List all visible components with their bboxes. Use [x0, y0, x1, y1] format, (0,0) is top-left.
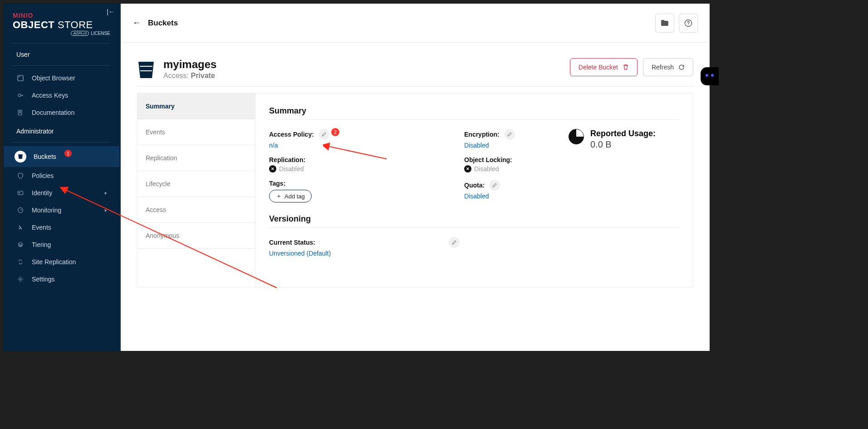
- object-locking-value-text: Disabled: [474, 165, 499, 173]
- sidebar-item-site-replication[interactable]: Site Replication: [4, 253, 119, 271]
- pencil-icon: [492, 182, 497, 188]
- sidebar-item-label: Object Browser: [32, 74, 75, 82]
- add-tag-button[interactable]: ＋ Add tag: [269, 190, 312, 202]
- trash-icon: [623, 64, 629, 70]
- tab-lifecycle[interactable]: Lifecycle: [137, 171, 255, 197]
- access-policy-label: Access Policy:: [269, 131, 314, 138]
- edit-versioning-button[interactable]: [449, 237, 460, 248]
- sidebar-section-admin: Administrator: [4, 124, 119, 138]
- tiering-icon: [16, 241, 25, 249]
- tab-replication[interactable]: Replication: [137, 145, 255, 171]
- sidebar-item-label: Settings: [32, 276, 55, 283]
- versioning-status-field: Current Status: Unversioned (Default): [269, 237, 460, 257]
- quota-value[interactable]: Disabled: [464, 192, 559, 200]
- tab-events[interactable]: Events: [137, 119, 255, 145]
- help-icon: [684, 19, 692, 27]
- edit-encryption-button[interactable]: [504, 129, 515, 140]
- detail-area: Summary Events Replication Lifecycle Acc…: [137, 93, 693, 287]
- svg-rect-3: [18, 110, 22, 115]
- refresh-button[interactable]: Refresh: [643, 58, 693, 76]
- sidebar-item-settings[interactable]: Settings: [4, 271, 119, 288]
- tab-access[interactable]: Access: [137, 197, 255, 223]
- svg-point-2: [18, 94, 21, 97]
- versioning-status-value[interactable]: Unversioned (Default): [269, 250, 460, 257]
- user-nav: Object Browser Access Keys Documentation: [4, 69, 119, 121]
- sidebar-item-events[interactable]: Events: [4, 219, 119, 236]
- sidebar-item-monitoring[interactable]: Monitoring ▾: [4, 202, 119, 219]
- encryption-label: Encryption:: [464, 131, 500, 138]
- tab-summary[interactable]: Summary: [137, 94, 255, 119]
- add-tag-label: Add tag: [284, 193, 305, 200]
- header-actions: [655, 14, 698, 33]
- page-title: Buckets: [148, 19, 178, 28]
- svg-rect-4: [18, 191, 23, 195]
- sidebar-item-policies[interactable]: Policies: [4, 167, 119, 184]
- replication-value-text: Disabled: [279, 165, 304, 173]
- main-content: ← Buckets myimages Access:: [121, 4, 710, 351]
- sidebar-section-user: User: [4, 47, 119, 62]
- bucket-header: myimages Access: Private Delete Bucket R…: [137, 58, 693, 80]
- sidebar-item-label: Events: [32, 224, 51, 231]
- bucket-access-label: Access:: [163, 72, 189, 79]
- helper-widget[interactable]: [701, 67, 719, 85]
- edit-access-policy-button[interactable]: [319, 129, 329, 140]
- sidebar-item-identity[interactable]: Identity ▾: [4, 184, 119, 202]
- divider: [13, 142, 110, 143]
- admin-nav: Buckets 1 Policies Identity ▾ Monitoring…: [4, 146, 119, 288]
- collapse-sidebar-icon[interactable]: |←: [107, 8, 115, 15]
- divider: [13, 65, 110, 66]
- chevron-down-icon: ▾: [104, 208, 107, 213]
- x-icon: ✕: [464, 165, 471, 173]
- folder-icon: [661, 20, 669, 27]
- object-locking-value: ✕ Disabled: [464, 165, 559, 173]
- svg-point-7: [20, 278, 21, 280]
- identity-icon: [16, 189, 25, 197]
- folder-button[interactable]: [655, 14, 674, 33]
- lambda-icon: [16, 223, 25, 232]
- help-button[interactable]: [679, 14, 698, 33]
- license-text: LICENSE: [91, 31, 110, 36]
- page-header: ← Buckets: [121, 4, 710, 43]
- pie-icon: [569, 129, 584, 144]
- refresh-label: Refresh: [652, 64, 674, 71]
- logo-minio: MINIO: [13, 12, 110, 19]
- plus-icon: ＋: [276, 192, 282, 200]
- access-policy-value[interactable]: n/a: [269, 142, 460, 149]
- replication-field: Replication: ✕ Disabled: [269, 156, 460, 173]
- edit-quota-button[interactable]: [489, 180, 500, 191]
- sidebar-item-buckets[interactable]: Buckets 1: [4, 146, 119, 167]
- refresh-icon: [678, 64, 685, 70]
- sidebar-item-object-browser[interactable]: Object Browser: [4, 69, 119, 87]
- sidebar: |← MINIO OBJECT STORE AGPLv3 LICENSE Use…: [4, 4, 121, 351]
- sidebar-item-tiering[interactable]: Tiering: [4, 236, 119, 253]
- pencil-icon: [321, 132, 327, 137]
- delete-bucket-button[interactable]: Delete Bucket: [570, 58, 638, 76]
- sidebar-item-label: Documentation: [32, 109, 74, 116]
- sidebar-item-label: Buckets: [34, 153, 56, 160]
- svg-rect-0: [18, 75, 23, 81]
- pencil-icon: [451, 240, 457, 245]
- replication-value: ✕ Disabled: [269, 165, 460, 173]
- doc-icon: [16, 108, 25, 117]
- sidebar-item-documentation[interactable]: Documentation: [4, 104, 119, 121]
- summary-panel: Summary Access Policy:: [255, 94, 693, 287]
- encryption-value[interactable]: Disabled: [464, 142, 559, 149]
- svg-rect-1: [19, 77, 20, 77]
- tab-anonymous[interactable]: Anonymous: [137, 223, 255, 249]
- bucket-name: myimages: [163, 58, 216, 71]
- tags-label: Tags:: [269, 180, 285, 187]
- sidebar-item-label: Site Replication: [32, 258, 76, 266]
- usage-value: 0.0 B: [590, 139, 656, 150]
- divider: [269, 119, 679, 120]
- bucket-large-icon: [137, 60, 155, 80]
- shield-icon: [16, 172, 25, 180]
- sidebar-item-access-keys[interactable]: Access Keys: [4, 87, 119, 104]
- x-icon: ✕: [269, 165, 276, 173]
- bucket-title-block: myimages Access: Private: [163, 58, 216, 80]
- bucket-access-value: Private: [191, 72, 215, 79]
- svg-point-5: [19, 192, 20, 194]
- back-arrow-icon[interactable]: ←: [132, 18, 141, 28]
- helper-eyes-icon: [706, 74, 714, 79]
- usage-label: Reported Usage:: [590, 129, 656, 138]
- left-col: Access Policy: n/a Replication:: [269, 129, 460, 210]
